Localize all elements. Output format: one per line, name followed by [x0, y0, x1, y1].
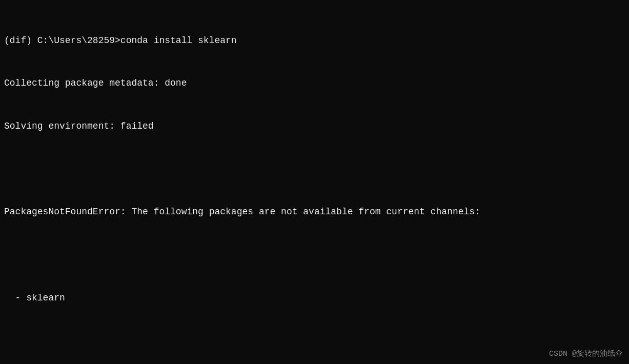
- terminal-line-empty-1: [4, 163, 625, 177]
- watermark: CSDN @旋转的油纸伞: [549, 348, 623, 360]
- terminal-line-empty-3: [4, 334, 625, 348]
- terminal-line-empty-2: [4, 248, 625, 262]
- terminal-line-1: (dif) C:\Users\28259>conda install sklea…: [4, 34, 625, 48]
- terminal-line-2: Collecting package metadata: done: [4, 76, 625, 91]
- terminal-line-7: - sklearn: [4, 291, 625, 306]
- terminal-output: (dif) C:\Users\28259>conda install sklea…: [4, 5, 625, 364]
- terminal-line-3: Solving environment: failed: [4, 119, 625, 134]
- terminal-line-5: PackagesNotFoundError: The following pac…: [4, 205, 625, 219]
